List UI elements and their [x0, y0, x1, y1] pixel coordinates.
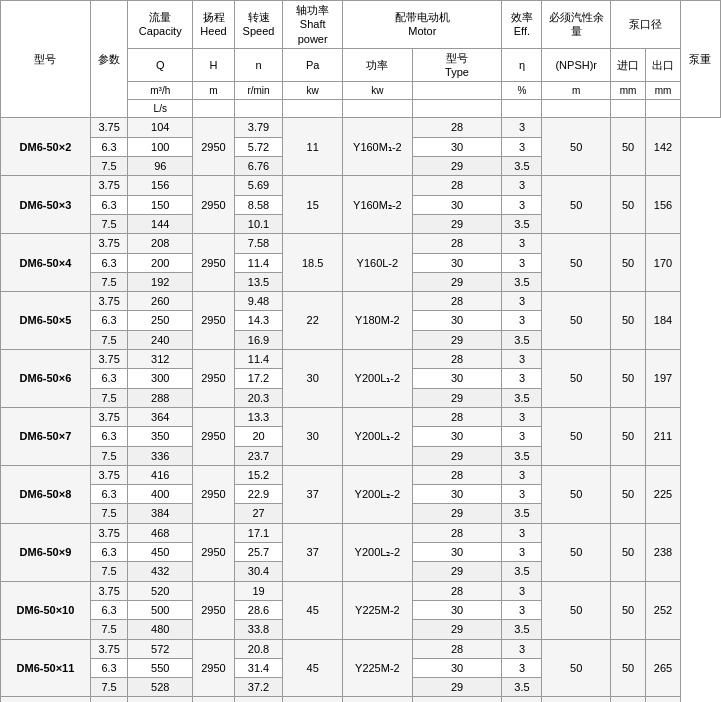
outlet-port: 50 [611, 581, 646, 639]
table-row: DM6-50×63.75312295011.430Y200L₁-22835050… [1, 350, 721, 369]
head: 288 [128, 388, 193, 407]
npsh: 3 [502, 600, 542, 619]
model-cell: DM6-50×10 [1, 581, 91, 639]
head: 432 [128, 562, 193, 581]
table-row: DM6-50×113.75572295020.845Y225M-22835050… [1, 639, 721, 658]
col-eta: η [502, 48, 542, 82]
npsh: 3 [502, 137, 542, 156]
shaft-power: 25.7 [234, 543, 282, 562]
q-m3h: 6.3 [90, 195, 127, 214]
model-cell: DM6-50×6 [1, 350, 91, 408]
shaft-power: 22.7 [234, 697, 282, 702]
speed: 2950 [193, 292, 235, 350]
head: 200 [128, 253, 193, 272]
motor-kw: 30 [283, 350, 343, 408]
npsh: 3 [502, 697, 542, 702]
efficiency: 30 [412, 195, 502, 214]
q-m3h: 7.5 [90, 620, 127, 639]
npsh: 3 [502, 465, 542, 484]
col-kw: 功率 [343, 48, 412, 82]
outlet-port: 50 [611, 234, 646, 292]
weight: 156 [646, 176, 681, 234]
motor-type: Y200L₁-2 [343, 350, 412, 408]
col-n: n [234, 48, 282, 82]
shaft-power: 14.3 [234, 311, 282, 330]
head: 144 [128, 214, 193, 233]
q-m3h: 3.75 [90, 292, 127, 311]
npsh: 3 [502, 639, 542, 658]
head: 156 [128, 176, 193, 195]
inlet-port: 50 [542, 697, 611, 702]
efficiency: 28 [412, 581, 502, 600]
header-row-1: 型号 参数 流量Capacity 扬程Heed 转速Speed 轴功率Shaft… [1, 1, 721, 49]
speed: 2950 [193, 176, 235, 234]
npsh: 3 [502, 195, 542, 214]
col-eff: 效率Eff. [502, 1, 542, 49]
shaft-power: 27 [234, 504, 282, 523]
head: 520 [128, 581, 193, 600]
outlet-port: 50 [611, 639, 646, 697]
motor-type: Y160L-2 [343, 234, 412, 292]
weight: 184 [646, 292, 681, 350]
weight: 211 [646, 407, 681, 465]
q-m3h: 7.5 [90, 678, 127, 697]
unit-rpm: r/min [234, 82, 282, 100]
weight: 265 [646, 639, 681, 697]
efficiency: 30 [412, 137, 502, 156]
inlet-port: 50 [542, 292, 611, 350]
motor-kw: 37 [283, 465, 343, 523]
npsh: 3.5 [502, 157, 542, 176]
shaft-power: 9.48 [234, 292, 282, 311]
model-cell: DM6-50×4 [1, 234, 91, 292]
head: 468 [128, 523, 193, 542]
q-m3h: 7.5 [90, 214, 127, 233]
head: 364 [128, 407, 193, 426]
efficiency: 29 [412, 157, 502, 176]
model-cell: DM6-50×3 [1, 176, 91, 234]
outlet-port: 50 [611, 292, 646, 350]
table-row: DM6-50×83.75416295015.237Y200L₂-22835050… [1, 465, 721, 484]
table-row: DM6-50×73.75364295013.330Y200L₁-22835050… [1, 407, 721, 426]
efficiency: 29 [412, 504, 502, 523]
unit-m-head: m [193, 82, 235, 100]
head: 416 [128, 465, 193, 484]
shaft-power: 3.79 [234, 118, 282, 137]
inlet-port: 50 [542, 581, 611, 639]
shaft-power: 5.72 [234, 137, 282, 156]
shaft-power: 13.3 [234, 407, 282, 426]
shaft-power: 11.4 [234, 253, 282, 272]
efficiency: 29 [412, 214, 502, 233]
npsh: 3.5 [502, 272, 542, 291]
speed: 2950 [193, 234, 235, 292]
inlet-port: 50 [542, 407, 611, 465]
col-npsh2: (NPSH)r [542, 48, 611, 82]
efficiency: 28 [412, 350, 502, 369]
col-pa: Pa [283, 48, 343, 82]
npsh: 3 [502, 311, 542, 330]
outlet-port: 50 [611, 407, 646, 465]
npsh: 3 [502, 369, 542, 388]
shaft-power: 11.4 [234, 350, 282, 369]
npsh: 3 [502, 118, 542, 137]
q-m3h: 6.3 [90, 427, 127, 446]
shaft-power: 23.7 [234, 446, 282, 465]
q-m3h: 3.75 [90, 350, 127, 369]
table-row: DM6-50×23.7510429503.7911Y160M₁-22835050… [1, 118, 721, 137]
shaft-power: 17.2 [234, 369, 282, 388]
table-row: DM6-50×33.7515629505.6915Y160M₂-22835050… [1, 176, 721, 195]
efficiency: 30 [412, 369, 502, 388]
outlet-port: 50 [611, 118, 646, 176]
table-row: DM6-50×43.7520829507.5818.5Y160L-2283505… [1, 234, 721, 253]
q-m3h: 6.3 [90, 311, 127, 330]
npsh: 3.5 [502, 214, 542, 233]
motor-type: Y250M-2 [343, 697, 412, 702]
q-m3h: 7.5 [90, 272, 127, 291]
q-m3h: 7.5 [90, 157, 127, 176]
col-capacity: 流量Capacity [128, 1, 193, 49]
motor-kw: 30 [283, 407, 343, 465]
npsh: 3.5 [502, 446, 542, 465]
q-m3h: 6.3 [90, 369, 127, 388]
model-cell: DM6-50×5 [1, 292, 91, 350]
motor-kw: 22 [283, 292, 343, 350]
motor-type: Y200L₁-2 [343, 407, 412, 465]
